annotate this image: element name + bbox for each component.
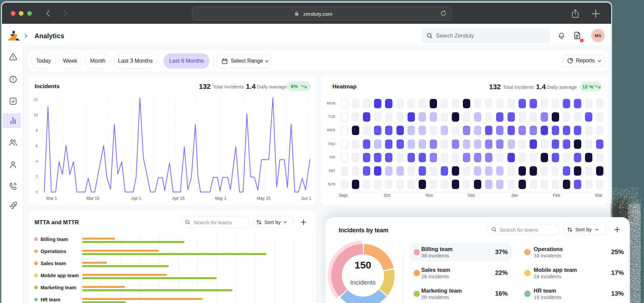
svg-text:Mar 15: Mar 15 [87, 196, 100, 201]
svg-text:Apr 1: Apr 1 [131, 196, 141, 201]
svg-text:2: 2 [36, 175, 38, 179]
svg-text:Mar 1: Mar 1 [46, 196, 57, 201]
svg-text:May 1: May 1 [215, 196, 226, 201]
svg-text:6: 6 [36, 144, 38, 148]
svg-text:Jun 1: Jun 1 [301, 196, 312, 201]
svg-text:0: 0 [36, 190, 38, 194]
svg-text:12: 12 [34, 98, 38, 102]
svg-text:10: 10 [34, 113, 38, 117]
svg-text:4: 4 [36, 159, 38, 163]
svg-text:8: 8 [36, 128, 38, 132]
svg-text:May 15: May 15 [257, 196, 271, 201]
svg-text:Apr 15: Apr 15 [172, 196, 185, 201]
